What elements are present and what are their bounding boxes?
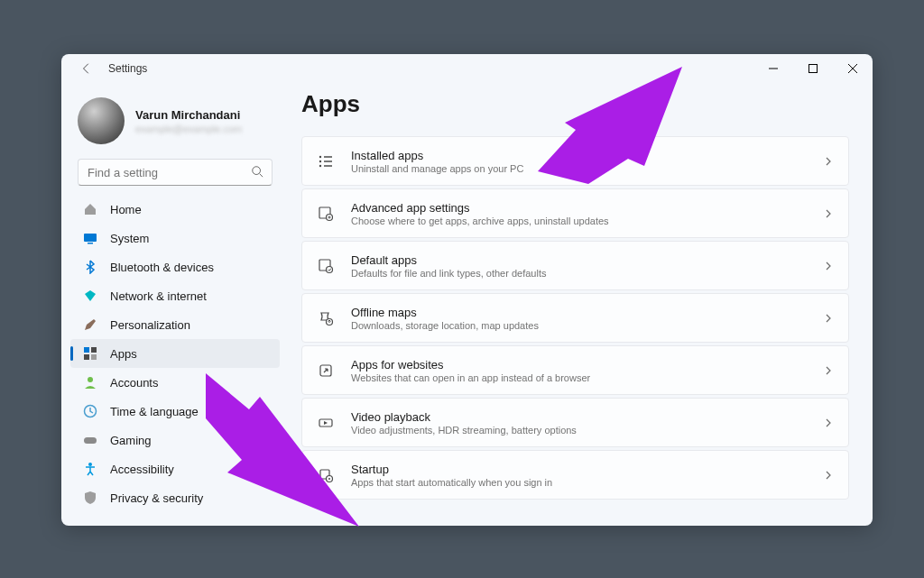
card-subtitle: Uninstall and manage apps on your PC bbox=[351, 163, 807, 174]
chevron-right-icon bbox=[823, 365, 834, 376]
card-icon-4 bbox=[317, 362, 335, 380]
card-icon-6 bbox=[317, 466, 335, 484]
sidebar: Varun Mirchandani example@example.com Ho… bbox=[61, 83, 283, 526]
nav-list: HomeSystemBluetooth & devicesNetwork & i… bbox=[70, 195, 280, 512]
sidebar-item-apps[interactable]: Apps bbox=[70, 339, 280, 368]
svg-rect-8 bbox=[84, 347, 89, 353]
sidebar-item-label: Gaming bbox=[110, 434, 152, 447]
back-button[interactable] bbox=[76, 58, 97, 79]
svg-rect-10 bbox=[84, 354, 89, 360]
accounts-icon bbox=[83, 375, 97, 390]
sidebar-item-label: Personalization bbox=[110, 318, 190, 332]
privacy-icon bbox=[83, 491, 97, 505]
sidebar-item-privacy[interactable]: Privacy & security bbox=[70, 483, 280, 512]
svg-point-4 bbox=[253, 167, 261, 175]
minimize-button[interactable] bbox=[753, 55, 793, 82]
sidebar-item-gaming[interactable]: Gaming bbox=[70, 426, 280, 454]
gaming-icon bbox=[83, 433, 97, 447]
sidebar-item-label: Network & internet bbox=[110, 289, 207, 303]
card-subtitle: Video adjustments, HDR streaming, batter… bbox=[351, 425, 807, 436]
accessibility-icon bbox=[83, 462, 97, 476]
time-icon bbox=[83, 404, 97, 418]
profile-name: Varun Mirchandani bbox=[135, 108, 242, 122]
settings-window: Settings Varun Mirchandani example@examp… bbox=[61, 54, 873, 526]
profile[interactable]: Varun Mirchandani example@example.com bbox=[70, 90, 280, 159]
svg-point-16 bbox=[319, 155, 321, 157]
settings-card-offline-maps[interactable]: Offline mapsDownloads, storage location,… bbox=[301, 293, 849, 343]
card-icon-0 bbox=[317, 152, 335, 170]
sidebar-item-accessibility[interactable]: Accessibility bbox=[70, 454, 280, 483]
content-area: Varun Mirchandani example@example.com Ho… bbox=[61, 83, 873, 526]
sidebar-item-label: Apps bbox=[110, 347, 137, 361]
sidebar-item-personalization[interactable]: Personalization bbox=[70, 310, 280, 339]
window-controls bbox=[753, 55, 873, 82]
chevron-right-icon bbox=[823, 313, 834, 324]
search-icon bbox=[251, 165, 263, 178]
personalization-icon bbox=[83, 317, 97, 332]
card-subtitle: Defaults for file and link types, other … bbox=[351, 268, 807, 279]
apps-icon bbox=[83, 346, 97, 361]
sidebar-item-label: Time & language bbox=[110, 405, 199, 418]
bluetooth-icon bbox=[83, 260, 97, 274]
svg-rect-9 bbox=[91, 347, 97, 353]
card-subtitle: Websites that can open in an app instead… bbox=[351, 372, 807, 383]
card-title: Advanced app settings bbox=[351, 201, 807, 215]
search-wrapper bbox=[78, 159, 273, 186]
settings-card-default-apps[interactable]: Default appsDefaults for file and link t… bbox=[301, 241, 849, 290]
page-title: Apps bbox=[301, 90, 849, 118]
card-subtitle: Choose where to get apps, archive apps, … bbox=[351, 216, 807, 226]
card-subtitle: Downloads, storage location, map updates bbox=[351, 320, 807, 331]
settings-card-startup[interactable]: StartupApps that start automatically whe… bbox=[301, 450, 849, 500]
chevron-right-icon bbox=[823, 417, 834, 428]
sidebar-item-bluetooth[interactable]: Bluetooth & devices bbox=[70, 252, 280, 281]
settings-card-video-playback[interactable]: Video playbackVideo adjustments, HDR str… bbox=[301, 398, 849, 447]
system-icon bbox=[83, 231, 97, 245]
card-subtitle: Apps that start automatically when you s… bbox=[351, 477, 807, 488]
sidebar-item-home[interactable]: Home bbox=[70, 195, 280, 224]
sidebar-item-label: Privacy & security bbox=[110, 491, 203, 505]
card-icon-2 bbox=[317, 257, 335, 275]
titlebar: Settings bbox=[61, 54, 873, 83]
svg-rect-7 bbox=[88, 243, 93, 244]
card-icon-1 bbox=[317, 205, 335, 223]
settings-card-apps-for-websites[interactable]: Apps for websitesWebsites that can open … bbox=[301, 345, 849, 395]
sidebar-item-label: System bbox=[110, 232, 149, 245]
sidebar-item-time[interactable]: Time & language bbox=[70, 397, 280, 426]
search-input[interactable] bbox=[78, 159, 273, 186]
close-button[interactable] bbox=[833, 55, 873, 82]
sidebar-item-label: Accessibility bbox=[110, 463, 174, 476]
card-title: Offline maps bbox=[351, 306, 807, 319]
chevron-right-icon bbox=[823, 208, 834, 219]
svg-rect-14 bbox=[84, 437, 97, 444]
svg-point-18 bbox=[319, 164, 321, 166]
card-title: Startup bbox=[351, 463, 807, 476]
card-title: Default apps bbox=[351, 253, 807, 267]
svg-point-31 bbox=[328, 478, 330, 480]
svg-rect-1 bbox=[809, 65, 818, 73]
svg-point-17 bbox=[319, 160, 321, 161]
svg-point-12 bbox=[88, 377, 93, 382]
card-title: Video playback bbox=[351, 410, 807, 424]
card-icon-3 bbox=[317, 309, 335, 327]
svg-point-25 bbox=[327, 266, 333, 272]
window-title: Settings bbox=[108, 62, 147, 75]
home-icon bbox=[83, 202, 97, 216]
svg-line-5 bbox=[260, 174, 263, 178]
card-title: Apps for websites bbox=[351, 358, 807, 372]
settings-card-advanced-app-settings[interactable]: Advanced app settingsChoose where to get… bbox=[301, 188, 849, 238]
sidebar-item-label: Accounts bbox=[110, 376, 158, 390]
card-icon-5 bbox=[317, 414, 335, 432]
chevron-right-icon bbox=[823, 470, 834, 481]
svg-rect-6 bbox=[84, 234, 97, 242]
main-panel: Apps Installed appsUninstall and manage … bbox=[283, 83, 873, 526]
network-icon bbox=[83, 289, 97, 303]
sidebar-item-network[interactable]: Network & internet bbox=[70, 281, 280, 310]
sidebar-item-accounts[interactable]: Accounts bbox=[70, 368, 280, 397]
settings-card-installed-apps[interactable]: Installed appsUninstall and manage apps … bbox=[301, 136, 849, 186]
maximize-button[interactable] bbox=[793, 55, 833, 82]
card-title: Installed apps bbox=[351, 149, 807, 162]
profile-email: example@example.com bbox=[135, 124, 242, 134]
avatar bbox=[78, 97, 125, 144]
sidebar-item-system[interactable]: System bbox=[70, 224, 280, 252]
settings-cards: Installed appsUninstall and manage apps … bbox=[301, 136, 849, 500]
